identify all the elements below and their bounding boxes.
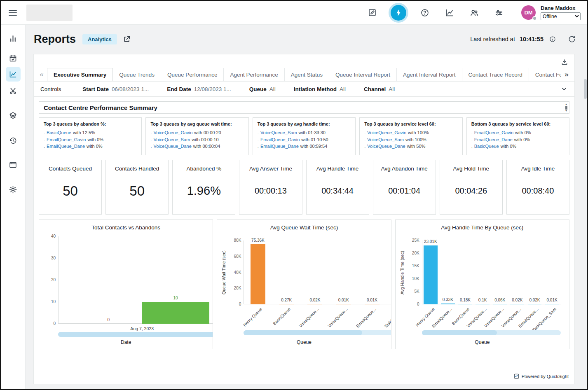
- settings-sliders-icon[interactable]: [492, 6, 506, 20]
- queue-link[interactable]: BasicQueue: [47, 129, 71, 136]
- info-icon[interactable]: [548, 35, 557, 44]
- x-axis-title: Date: [39, 339, 213, 345]
- kpi-label: Avg Hold Time: [453, 166, 490, 172]
- chart-scrollbar-thumb[interactable]: [422, 330, 497, 335]
- tab-executive-summary[interactable]: Executive Summary: [47, 68, 113, 81]
- queue-link[interactable]: VoiceQueue_Gavin: [153, 129, 192, 136]
- chart-scrollbar-thumb[interactable]: [244, 330, 362, 335]
- notes-icon[interactable]: [365, 6, 379, 20]
- users-icon[interactable]: [467, 6, 481, 20]
- bar-taskqueue-sam-avg-handle-time[interactable]: [545, 304, 559, 304]
- sidebar-item-queues[interactable]: [6, 108, 21, 123]
- tabs-scroll-left-icon[interactable]: «: [36, 68, 47, 81]
- summary-scrollbar[interactable]: ▲ ▼: [564, 103, 568, 112]
- avatar[interactable]: DM: [521, 5, 536, 20]
- sidebar-item-workspaces[interactable]: [6, 157, 21, 172]
- bar-voicequeue-avg-handle-time[interactable]: [493, 304, 507, 304]
- y-tick-label: 25K: [405, 238, 419, 243]
- bar-emailqueue-avg-queue-wait-time[interactable]: [365, 304, 380, 304]
- control-filter-end-date[interactable]: End Date12/08/2023 1...: [167, 86, 231, 92]
- sidebar-item-analytics-reports[interactable]: [6, 67, 21, 82]
- summary-scroll-thumb[interactable]: [565, 106, 567, 110]
- queue-link[interactable]: EmailQueue_Dane: [260, 143, 299, 150]
- tab-contact-forensics[interactable]: Contact Forensics: [529, 68, 561, 81]
- sidebar-item-scheduled-reports[interactable]: [6, 51, 21, 65]
- page-scrollbar[interactable]: [584, 79, 587, 99]
- control-filter-intiation-method[interactable]: Intiation MethodAll: [294, 86, 346, 92]
- bar-emailqueue-avg-handle-time[interactable]: [441, 304, 455, 304]
- tab-agent-performance[interactable]: Agent Performance: [224, 68, 284, 81]
- refresh-icon[interactable]: [567, 34, 577, 44]
- tab-agent-status[interactable]: Agent Status: [285, 68, 329, 81]
- bullet: .: [258, 143, 259, 150]
- queue-link[interactable]: VoiceQueue_Sam: [260, 129, 297, 136]
- help-icon[interactable]: [418, 6, 432, 20]
- control-filter-start-date[interactable]: Start Date06/08/2023 1...: [82, 86, 149, 92]
- summary-card-heading: Top 3 queues by avg handle time:: [258, 121, 351, 126]
- bar-voicequeue-avg-handle-time[interactable]: [510, 304, 524, 304]
- tab-queue-trends[interactable]: Queue Trends: [113, 68, 161, 81]
- chart-scrollbar[interactable]: [422, 330, 561, 335]
- external-link-icon[interactable]: [123, 35, 131, 43]
- queue-link[interactable]: EmailQueue_Dane: [47, 143, 85, 150]
- top-bar: DM Dane Maddox Offline: [1, 1, 587, 25]
- y-tick-label: 15K: [405, 264, 419, 268]
- tab-agent-interval-report[interactable]: Agent Interval Report: [397, 68, 462, 81]
- bullet: .: [258, 129, 259, 136]
- queue-link[interactable]: VoiceQueue_Dane: [367, 143, 405, 150]
- bullet: .: [150, 129, 152, 136]
- tab-queue-interval-report[interactable]: Queue Interval Report: [329, 68, 397, 81]
- tab-contact-trace-record[interactable]: Contact Trace Record: [462, 68, 529, 81]
- download-icon[interactable]: [560, 57, 569, 67]
- kpi-value: 50: [129, 183, 145, 199]
- bar-aug-7-2023-contacts[interactable]: [142, 302, 209, 324]
- summary-item-text: with 00:00:04: [193, 143, 220, 150]
- control-filter-value: All: [340, 86, 346, 92]
- bar-voicequeue-avg-queue-wait-time[interactable]: [336, 304, 351, 304]
- controls-collapse-chevron-icon[interactable]: [560, 85, 568, 93]
- bar-henry-queue-avg-handle-time[interactable]: [424, 245, 438, 304]
- bar-emailqueue-avg-handle-time[interactable]: [528, 304, 542, 304]
- queue-link[interactable]: EmailQueue_Gavin: [260, 136, 300, 143]
- controls-row: Controls Start Date06/08/2023 1...End Da…: [34, 82, 574, 97]
- tab-queue-performance[interactable]: Queue Performance: [161, 68, 224, 81]
- analytics-chart-icon[interactable]: [443, 6, 457, 20]
- tabs-row: « Executive SummaryQueue TrendsQueue Per…: [34, 68, 574, 82]
- sidebar-item-routing[interactable]: [6, 83, 21, 98]
- bar-henry-queue-avg-queue-wait-time[interactable]: [251, 244, 265, 304]
- last-refreshed-time: 10:41:55: [520, 36, 543, 42]
- bar-voicequeue-avg-handle-time[interactable]: [476, 304, 490, 304]
- kpi-card-avg-idle-time: Avg Idle Time00:08:40: [506, 160, 569, 215]
- queue-link[interactable]: EmailQueue_Gavin: [474, 129, 513, 136]
- queue-link[interactable]: VoiceQueue_Dane: [153, 143, 191, 150]
- queue-link[interactable]: VoiceQueue_Sam: [367, 136, 404, 143]
- bullet: .: [150, 136, 152, 143]
- x-tick-label: Henry Queue: [242, 307, 263, 327]
- queue-link[interactable]: EmailQueue_Gavin: [47, 136, 86, 143]
- sidebar-item-settings[interactable]: [6, 182, 21, 197]
- sidebar-item-realtime-metrics[interactable]: [6, 31, 21, 46]
- queue-link[interactable]: BasicQueue: [474, 143, 499, 150]
- quick-connect-button[interactable]: [389, 3, 408, 23]
- kpi-card-avg-answer-time: Avg Answer Time00:00:13: [239, 160, 302, 215]
- scroll-up-icon[interactable]: ▲: [565, 103, 567, 105]
- control-filter-value: All: [389, 86, 395, 92]
- agent-status-select[interactable]: Offline: [541, 12, 581, 20]
- queue-link[interactable]: EmailQueue_Dane: [474, 136, 513, 143]
- queue-link[interactable]: VoiceQueue_Gavin: [367, 129, 406, 136]
- queue-link[interactable]: VoiceQueue_Sam: [153, 136, 190, 143]
- chart-scrollbar-thumb[interactable]: [58, 332, 213, 337]
- tabs-scroll-right-icon[interactable]: »: [561, 68, 572, 81]
- chart-plot: [422, 241, 561, 304]
- bar-basicqueue-avg-queue-wait-time[interactable]: [279, 304, 294, 304]
- chart-scrollbar[interactable]: [58, 332, 213, 337]
- chart-scrollbar[interactable]: [244, 330, 391, 335]
- control-filter-queue[interactable]: QueueAll: [249, 86, 276, 92]
- hamburger-menu-button[interactable]: [6, 6, 20, 20]
- kpi-value: 00:08:40: [522, 186, 554, 196]
- sidebar-item-history[interactable]: [6, 133, 21, 148]
- bar-basicqueue-avg-handle-time[interactable]: [458, 304, 472, 304]
- control-filter-channel[interactable]: ChannelAll: [364, 86, 395, 92]
- scroll-down-icon[interactable]: ▼: [565, 110, 567, 112]
- bar-voicequeue-avg-queue-wait-time[interactable]: [307, 304, 322, 304]
